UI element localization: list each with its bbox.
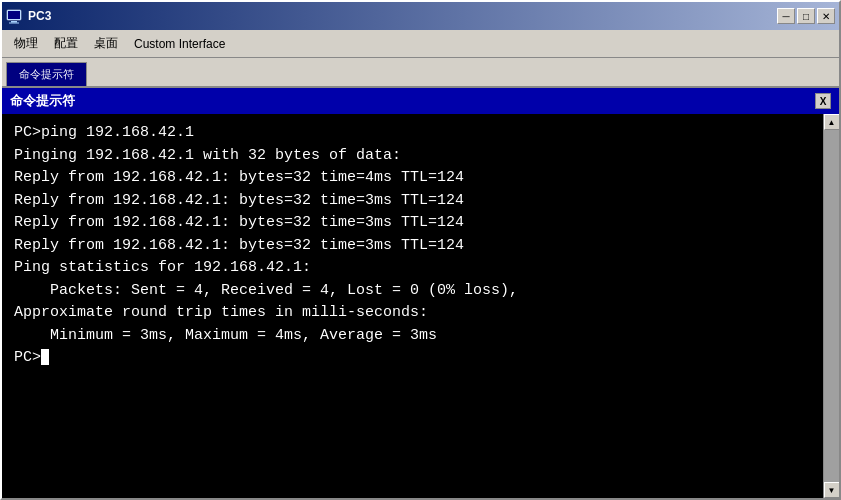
terminal-title-text: 命令提示符	[10, 92, 75, 110]
main-window: PC3 ─ □ ✕ 物理 配置 桌面 Custom Interface 命令提示…	[0, 0, 841, 500]
window-title: PC3	[28, 9, 777, 23]
terminal-title-bar: 命令提示符 X	[2, 88, 839, 114]
scroll-track[interactable]	[824, 130, 839, 482]
terminal-line: Pinging 192.168.42.1 with 32 bytes of da…	[14, 145, 811, 168]
terminal-line: Approximate round trip times in milli-se…	[14, 302, 811, 325]
terminal-area: 命令提示符 X PC>ping 192.168.42.1Pinging 192.…	[2, 88, 839, 498]
tab-cmd[interactable]: 命令提示符	[6, 62, 87, 86]
svg-rect-1	[8, 11, 20, 19]
maximize-button[interactable]: □	[797, 8, 815, 24]
svg-rect-2	[11, 21, 17, 23]
vertical-scrollbar[interactable]: ▲ ▼	[823, 114, 839, 498]
scroll-up-button[interactable]: ▲	[824, 114, 840, 130]
minimize-button[interactable]: ─	[777, 8, 795, 24]
menu-item-desktop[interactable]: 桌面	[86, 33, 126, 54]
terminal-wrapper: PC>ping 192.168.42.1Pinging 192.168.42.1…	[2, 114, 839, 498]
terminal-line: Reply from 192.168.42.1: bytes=32 time=3…	[14, 212, 811, 235]
menu-item-config[interactable]: 配置	[46, 33, 86, 54]
scroll-down-button[interactable]: ▼	[824, 482, 840, 498]
terminal-output[interactable]: PC>ping 192.168.42.1Pinging 192.168.42.1…	[2, 114, 823, 498]
close-button[interactable]: ✕	[817, 8, 835, 24]
terminal-line: PC>ping 192.168.42.1	[14, 122, 811, 145]
terminal-line: Minimum = 3ms, Maximum = 4ms, Average = …	[14, 325, 811, 348]
title-bar: PC3 ─ □ ✕	[2, 2, 839, 30]
terminal-line: Ping statistics for 192.168.42.1:	[14, 257, 811, 280]
terminal-line: Packets: Sent = 4, Received = 4, Lost = …	[14, 280, 811, 303]
window-controls: ─ □ ✕	[777, 8, 835, 24]
tab-bar: 命令提示符	[2, 58, 839, 88]
svg-rect-3	[9, 23, 19, 24]
window-icon	[6, 8, 22, 24]
menu-item-physics[interactable]: 物理	[6, 33, 46, 54]
terminal-close-button[interactable]: X	[815, 93, 831, 109]
terminal-line: Reply from 192.168.42.1: bytes=32 time=3…	[14, 235, 811, 258]
terminal-line: Reply from 192.168.42.1: bytes=32 time=4…	[14, 167, 811, 190]
terminal-cursor	[41, 349, 49, 365]
terminal-line: PC>	[14, 347, 811, 370]
menu-bar: 物理 配置 桌面 Custom Interface	[2, 30, 839, 58]
terminal-line: Reply from 192.168.42.1: bytes=32 time=3…	[14, 190, 811, 213]
menu-item-custom[interactable]: Custom Interface	[126, 35, 233, 53]
